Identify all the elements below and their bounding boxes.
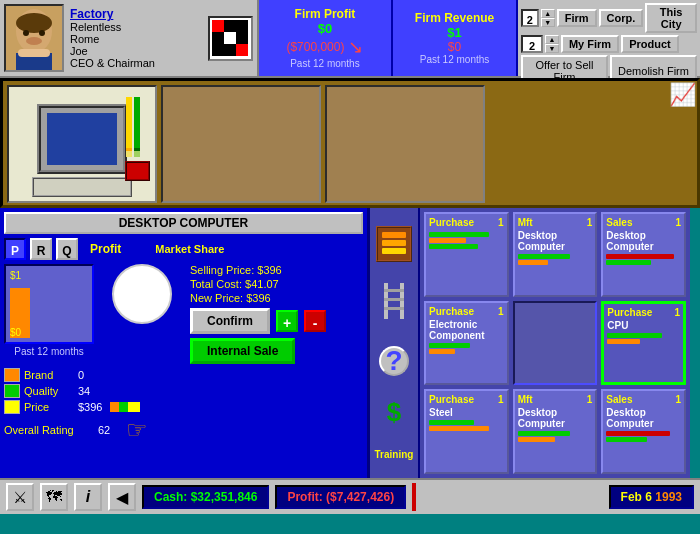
card-title1: CPU	[607, 320, 680, 331]
spin-down2-icon[interactable]: ▼	[545, 44, 559, 53]
pie-chart	[112, 264, 172, 324]
confirm-button[interactable]: Confirm	[190, 308, 270, 334]
svg-point-5	[26, 37, 42, 45]
card-title1: Electronic	[429, 319, 504, 330]
question-icon[interactable]: ?	[379, 346, 409, 376]
firm-revenue-sub-val: $0	[448, 40, 461, 54]
prq-r-button[interactable]: R	[30, 238, 52, 260]
bar2	[429, 238, 466, 243]
bar3	[429, 244, 478, 249]
firm-spin2[interactable]: ▲ ▼	[545, 35, 559, 53]
factory-role: CEO & Chairman	[70, 57, 204, 69]
prq-p-button[interactable]: P	[4, 238, 26, 260]
factory-name3: Joe	[70, 45, 204, 57]
bar2	[607, 339, 640, 344]
new-price-label: New Price:	[190, 292, 243, 304]
pencil-green	[134, 97, 140, 157]
workspace-wrapper: 📈	[0, 78, 700, 208]
bar1	[606, 254, 673, 259]
main-area: DESKTOP COMPUTER P R Q Profit Market Sha…	[0, 208, 700, 478]
corp-button[interactable]: Corp.	[599, 9, 644, 27]
taskbar-icon-back[interactable]: ◀	[108, 483, 136, 511]
bar1	[606, 431, 669, 436]
card-num: 1	[498, 306, 504, 317]
spin-down-icon[interactable]: ▼	[541, 18, 555, 27]
card-num: 1	[498, 217, 504, 228]
taskbar-icon-1[interactable]: ⚔	[6, 483, 34, 511]
sales-desktop-1-card[interactable]: Sales 1 Desktop Computer	[601, 212, 686, 297]
profit-label: Profit	[90, 242, 121, 256]
purchase-steel-1-card[interactable]: Purchase 1	[424, 212, 509, 297]
quality-value: 34	[78, 385, 90, 397]
purchase-cpu-card[interactable]: Purchase 1 CPU	[601, 301, 686, 386]
price-row: Price $396	[4, 400, 363, 414]
card-header: Sales 1	[606, 217, 681, 228]
card-header: Purchase 1	[429, 306, 504, 317]
factory-name1: Relentless	[70, 21, 204, 33]
overall-row: Overall Rating 62 ☞	[4, 416, 363, 444]
center-panel: ? $ Training	[370, 208, 420, 478]
card-header: Sales 1	[606, 394, 681, 405]
logo-checker	[212, 20, 248, 56]
market-share	[102, 264, 182, 324]
firm-num2: 2	[521, 35, 543, 53]
total-cost-row: Total Cost: $41.07	[190, 278, 326, 290]
svg-rect-15	[384, 307, 404, 310]
selling-price-label: Selling Price:	[190, 264, 254, 276]
taskbar-icon-info[interactable]: i	[74, 483, 102, 511]
price-color	[4, 400, 20, 414]
spin-up-icon[interactable]: ▲	[541, 9, 555, 18]
card-label: Purchase	[429, 306, 474, 317]
bar1	[429, 232, 489, 237]
bar2	[518, 437, 555, 442]
bar2	[606, 260, 651, 265]
bottom-bar: ⚔ 🗺 i ◀ Cash: $32,351,846 Profit: ($7,42…	[0, 478, 700, 514]
plus-button[interactable]: +	[276, 310, 298, 332]
firm-profit-loss: ($700,000)	[286, 40, 344, 54]
my-firm-button[interactable]: My Firm	[561, 35, 619, 53]
avatar	[4, 4, 64, 72]
profit-label: Profit:	[287, 490, 322, 504]
cash-display: Cash: $32,351,846	[142, 485, 269, 509]
firm-revenue-sub: Past 12 months	[420, 54, 489, 65]
prq-q-button[interactable]: Q	[56, 238, 78, 260]
mft-desktop-2-card[interactable]: Mft 1 Desktop Computer	[513, 389, 598, 474]
internal-sale-button[interactable]: Internal Sale	[190, 338, 295, 364]
purchase-steel-2-card[interactable]: Purchase 1 Steel	[424, 389, 509, 474]
firm-revenue-title: Firm Revenue	[415, 11, 494, 25]
bar2	[606, 437, 647, 442]
card-title1: Desktop	[606, 407, 681, 418]
profit-display: Profit: ($7,427,426)	[275, 485, 406, 509]
quality-color	[4, 384, 20, 398]
card-title2: Computer	[606, 241, 681, 252]
ladder-icon	[380, 283, 408, 325]
bar1	[518, 254, 570, 259]
date-display: Feb 6 1993	[609, 485, 694, 509]
this-city-button[interactable]: This City	[645, 3, 697, 33]
stack-icon	[376, 226, 412, 262]
brand-row: Brand 0	[4, 368, 363, 382]
sales-desktop-2-card[interactable]: Sales 1 Desktop Computer	[601, 389, 686, 474]
factory-title[interactable]: Factory	[70, 7, 204, 21]
card-label: Sales	[606, 394, 632, 405]
selling-price-value: $396	[257, 264, 281, 276]
factory-info: Factory Relentless Rome Joe CEO & Chairm…	[70, 7, 204, 69]
cash-value: $32,351,846	[191, 490, 258, 504]
card-title2: Component	[429, 330, 504, 341]
product-button[interactable]: Product	[621, 35, 679, 53]
firm-button[interactable]: Firm	[557, 9, 597, 27]
card-num: 1	[674, 307, 680, 318]
taskbar-icon-2[interactable]: 🗺	[40, 483, 68, 511]
price-info: Selling Price: $396 Total Cost: $41.07 N…	[190, 264, 326, 364]
card-title1: Desktop	[518, 230, 593, 241]
year-value: 1993	[655, 490, 682, 504]
firm-profit-title: Firm Profit	[295, 7, 356, 21]
card-num: 1	[498, 394, 504, 405]
card-label: Purchase	[429, 217, 474, 228]
mft-desktop-card[interactable]: Mft 1 Desktop Computer	[513, 212, 598, 297]
purchase-electronic-card[interactable]: Purchase 1 Electronic Component	[424, 301, 509, 386]
minus-button[interactable]: -	[304, 310, 326, 332]
spin-up2-icon[interactable]: ▲	[545, 35, 559, 44]
monitor-screen	[47, 113, 117, 165]
firm-spin1[interactable]: ▲ ▼	[541, 9, 555, 27]
